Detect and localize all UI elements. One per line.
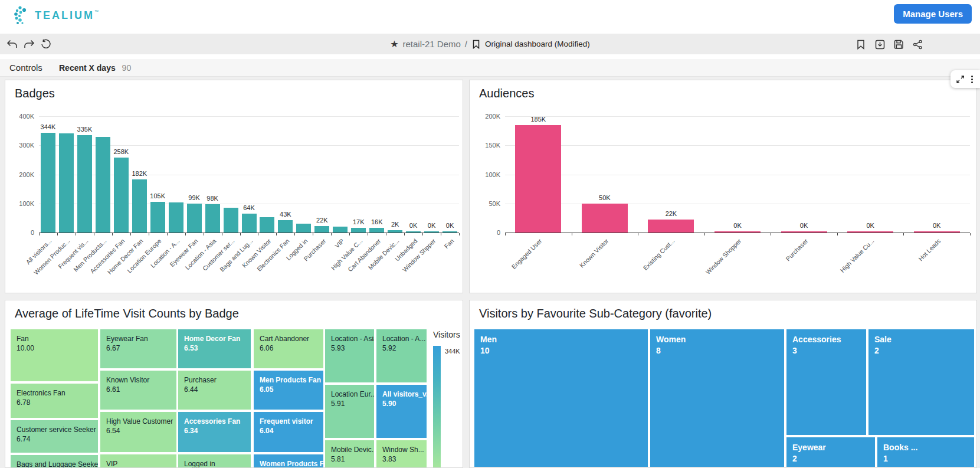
bar-Window Shopper[interactable] <box>714 231 761 233</box>
bar-Accessories Fan[interactable] <box>114 158 129 233</box>
treemap-cell-value: 6.61 <box>106 385 176 394</box>
treemap-cell-eyewear[interactable]: Eyewear2 <box>786 437 875 467</box>
bar-value-label: 0K <box>920 222 953 229</box>
bar-Electronics Fan[interactable] <box>278 220 293 233</box>
treemap-cell-home-decor-fan[interactable]: Home Decor Fan6.53 <box>178 329 251 368</box>
x-tick <box>368 233 368 235</box>
bookmark-flag-icon[interactable] <box>471 40 481 49</box>
bar-Fan[interactable] <box>443 231 457 233</box>
bar-Location Europe[interactable] <box>150 202 165 233</box>
x-tick <box>204 233 204 235</box>
bar-Mobile Devic...[interactable] <box>388 230 402 233</box>
treemap-cell-sale[interactable]: Sale2 <box>868 329 974 435</box>
treemap-cell-men-products-fan[interactable]: Men Products Fan6.05 <box>254 371 323 410</box>
treemap-cell-men[interactable]: Men10 <box>474 329 648 467</box>
bar-Cart Abandoner[interactable] <box>369 228 384 233</box>
x-tick <box>386 233 386 235</box>
treemap-cell-fan[interactable]: Fan10.00 <box>11 329 98 381</box>
treemap-cell-women-products-fan[interactable]: Women Products Fan5.88 <box>254 454 323 468</box>
bar-Location - Asia[interactable] <box>205 204 220 233</box>
bar-Hot Leads[interactable] <box>914 231 960 233</box>
bar-All visitors...[interactable] <box>41 133 55 233</box>
treemap-cell-eyewear-fan[interactable]: Eyewear Fan6.67 <box>100 329 176 368</box>
bar-Purchaser[interactable] <box>314 226 329 233</box>
bar-Window Shpper[interactable] <box>424 231 439 233</box>
bar-Existing Cust...[interactable] <box>648 220 694 233</box>
bar-Unbadged[interactable] <box>406 231 421 233</box>
treemap-cell-books-[interactable]: Books ...1 <box>877 437 974 467</box>
treemap-cell-value: 6.06 <box>260 343 323 353</box>
treemap-cell-women[interactable]: Women8 <box>650 329 784 467</box>
treemap-cell-name: Men Products Fan <box>260 375 323 385</box>
treemap-cell-location-a-[interactable]: Location - A...5.92 <box>376 329 427 382</box>
treemap-cell-value: 3.83 <box>382 454 427 464</box>
app-header: TEALIUM™ Manage Users <box>0 0 980 34</box>
treemap-cell-all-visitors-v-[interactable]: All visitors_v...5.90 <box>376 385 427 438</box>
treemap-cell-frequent-visitor[interactable]: Frequent visitor6.04 <box>254 412 323 452</box>
legend-gradient-bar <box>433 346 441 468</box>
treemap-cell-value: 6.53 <box>184 343 251 353</box>
treemap-cell-value: 6.34 <box>184 426 251 436</box>
x-tick <box>76 233 76 235</box>
bar-Women Produc...[interactable] <box>59 133 74 233</box>
x-tick <box>222 233 222 235</box>
bar-value-label: 43K <box>269 211 302 218</box>
filter-recent-x-days[interactable]: Recent X days 90 <box>59 63 131 73</box>
share-icon[interactable] <box>912 38 923 50</box>
bar-Frequent vis...[interactable] <box>77 135 92 233</box>
treemap-cell-value: 5.93 <box>331 343 374 353</box>
bar-Logged in[interactable] <box>296 224 311 233</box>
treemap-cell-name: Frequent visitor <box>260 417 323 426</box>
bar-Purchaser[interactable] <box>781 231 827 233</box>
x-tick <box>149 233 149 235</box>
y-tick-label: 150K <box>472 142 500 149</box>
treemap-cell-logged-in[interactable]: Logged in <box>178 454 251 468</box>
x-tick <box>313 233 313 235</box>
x-tick <box>970 233 971 235</box>
bar-High Value Cu...[interactable] <box>847 231 893 233</box>
bar-Customer ser...[interactable] <box>224 208 238 233</box>
bar-Home Decor Fan[interactable] <box>132 179 147 233</box>
treemap-cell-window-sh-[interactable]: Window Sh...3.83 <box>376 440 427 468</box>
treemap-cell-high-value-customer[interactable]: High Value Customer6.54 <box>100 412 176 452</box>
bar-High Value C...[interactable] <box>351 228 366 233</box>
tealium-logo[interactable]: TEALIUM™ <box>13 5 99 25</box>
treemap-cell-vip[interactable]: VIP6.54 <box>100 454 176 468</box>
treemap-cell-name: Window Sh... <box>382 445 427 454</box>
manage-users-button[interactable]: Manage Users <box>894 4 972 24</box>
bar-Known Visitor[interactable] <box>260 217 274 233</box>
treemap-cell-value: 5.92 <box>382 343 427 353</box>
treemap-cell-name: Accessories <box>792 334 866 345</box>
treemap-cell-name: Sale <box>874 334 974 345</box>
treemap-cell-customer-service-seeker[interactable]: Customer service Seeker6.74 <box>11 420 98 453</box>
treemap-cell-location-asia[interactable]: Location - Asia5.93 <box>325 329 374 382</box>
treemap-cell-cart-abandoner[interactable]: Cart Abandoner6.06 <box>254 329 323 368</box>
treemap-cell-accessories[interactable]: Accessories3 <box>786 329 866 435</box>
menu-kebab-icon[interactable] <box>970 74 974 84</box>
bar-Bags and Lug...[interactable] <box>242 214 257 233</box>
treemap-cell-purchaser[interactable]: Purchaser6.44 <box>178 371 251 410</box>
treemap-cell-electronics-fan[interactable]: Electronics Fan6.78 <box>11 384 98 418</box>
breadcrumb-dashboard-name[interactable]: retail-21 Demo <box>402 39 460 49</box>
save-icon[interactable] <box>893 38 904 50</box>
gridline <box>505 145 970 146</box>
bar-Location - A...[interactable] <box>169 202 183 233</box>
y-tick-label: 0 <box>6 229 34 236</box>
bar-Engaged User[interactable] <box>515 125 561 233</box>
x-tick <box>276 233 277 235</box>
bar-Known Visitor[interactable] <box>582 204 628 233</box>
treemap-cell-name: Purchaser <box>184 375 251 385</box>
treemap-cell-location-eur-[interactable]: Location Eur...5.91 <box>325 385 374 438</box>
bar-VIP[interactable] <box>333 227 348 233</box>
bookmarks-icon[interactable] <box>855 38 867 50</box>
treemap-cell-bags-and-luggage-seeker[interactable]: Bags and Luggage Seeker <box>11 455 98 468</box>
treemap-cell-accessories-fan[interactable]: Accessories Fan6.34 <box>178 412 251 452</box>
expand-icon[interactable] <box>956 75 965 83</box>
x-tick <box>258 233 258 235</box>
export-download-icon[interactable] <box>874 38 886 50</box>
favorite-star-icon[interactable]: ★ <box>390 40 398 49</box>
bar-Eyewear Fan[interactable] <box>187 204 202 233</box>
treemap-cell-mobile-devic-[interactable]: Mobile Devic...5.81 <box>325 440 374 468</box>
treemap-cell-known-visitor[interactable]: Known Visitor6.61 <box>100 371 176 410</box>
bar-value-label: 182K <box>123 170 156 177</box>
